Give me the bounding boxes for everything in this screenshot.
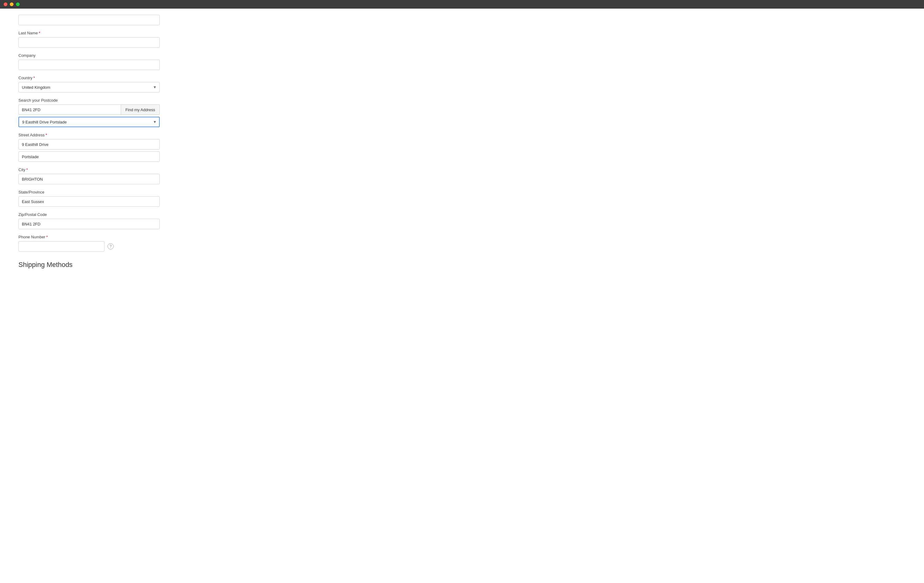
- close-button[interactable]: [4, 2, 7, 6]
- state-group: State/Province: [18, 190, 196, 207]
- titlebar: [0, 0, 924, 8]
- street-address-label: Street Address*: [18, 133, 196, 137]
- last-name-label: Last Name*: [18, 31, 196, 35]
- postcode-row: Find my Address: [18, 104, 160, 115]
- phone-row: ?: [18, 241, 196, 251]
- company-input[interactable]: [18, 59, 160, 70]
- street-address-line2-input[interactable]: [18, 152, 160, 162]
- street-address-group: Street Address*: [18, 133, 196, 162]
- phone-help-icon[interactable]: ?: [107, 243, 114, 249]
- phone-input[interactable]: [18, 241, 104, 251]
- last-name-input[interactable]: [18, 37, 160, 48]
- street-address-line1-input[interactable]: [18, 139, 160, 150]
- company-label: Company: [18, 53, 196, 58]
- phone-group: Phone Number* ?: [18, 235, 196, 251]
- first-name-input[interactable]: [18, 15, 160, 25]
- country-select[interactable]: United Kingdom United States Canada Aust…: [18, 82, 160, 92]
- phone-label: Phone Number*: [18, 235, 196, 239]
- city-label: City*: [18, 167, 196, 172]
- company-group: Company: [18, 53, 196, 70]
- form-container: Last Name* Company Country* United Kingd…: [0, 8, 215, 287]
- postcode-label: Search your Postcode: [18, 98, 196, 102]
- postcode-group: Search your Postcode Find my Address 9 E…: [18, 98, 196, 127]
- shipping-methods-title: Shipping Methods: [18, 261, 196, 269]
- country-group: Country* United Kingdom United States Ca…: [18, 76, 196, 92]
- city-group: City*: [18, 167, 196, 184]
- country-label: Country*: [18, 76, 196, 80]
- zip-input[interactable]: [18, 219, 160, 229]
- first-name-group: [18, 15, 196, 25]
- address-select-wrapper: 9 Easthill Drive Portslade ▼: [18, 117, 160, 127]
- postcode-input[interactable]: [18, 104, 121, 115]
- state-input[interactable]: [18, 196, 160, 207]
- last-name-group: Last Name*: [18, 31, 196, 48]
- find-address-button[interactable]: Find my Address: [121, 104, 160, 115]
- address-dropdown[interactable]: 9 Easthill Drive Portslade: [18, 117, 160, 127]
- country-select-wrapper: United Kingdom United States Canada Aust…: [18, 82, 160, 92]
- city-input[interactable]: [18, 174, 160, 184]
- minimize-button[interactable]: [10, 2, 13, 6]
- state-label: State/Province: [18, 190, 196, 195]
- zip-group: Zip/Postal Code: [18, 212, 196, 229]
- maximize-button[interactable]: [16, 2, 20, 6]
- zip-label: Zip/Postal Code: [18, 212, 196, 217]
